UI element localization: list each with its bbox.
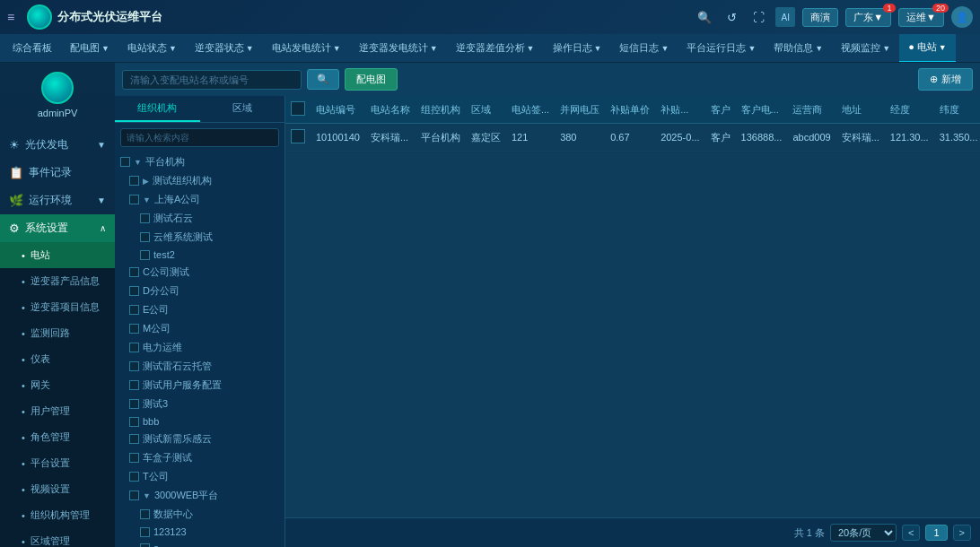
nav-item-platform-log[interactable]: 平台运行日志▼ [678,34,765,63]
tree-node-shiyun[interactable]: 测试石云 [115,209,284,228]
table-scroll[interactable]: 电站编号 电站名称 组控机构 区域 电站签... 并网电压 补贴单价 补贴...… [285,96,980,517]
sidebar-item-solar[interactable]: ☀ 光伏发电 ▼ [0,131,115,159]
sidebar-item-gateway[interactable]: • 网关 [0,372,115,398]
sidebar-item-inverter-product[interactable]: • 逆变器产品信息 [0,268,115,294]
tree-node-a[interactable]: a [115,540,284,547]
tree-node-datacenter[interactable]: 数据中心 [115,505,284,524]
th-capacity[interactable]: 电站签... [506,96,555,124]
tree-tab-area[interactable]: 区域 [200,96,285,122]
td-checkbox[interactable] [285,124,311,152]
nav-item-video[interactable]: 视频监控▼ [832,34,899,63]
tree-tab-org[interactable]: 组织机构 [115,96,200,122]
tree-expand-3000[interactable]: ▼ [143,491,151,500]
nav-item-ops-log[interactable]: 操作日志▼ [544,34,611,63]
tree-check-test2[interactable] [140,250,150,260]
tree-check-m[interactable] [129,324,139,334]
th-customer-phone[interactable]: 客户电... [736,96,788,124]
new-button[interactable]: ⊕ 新增 [918,68,973,91]
nav-item-sms-log[interactable]: 短信日志▼ [610,34,678,63]
tree-node-test-user[interactable]: 测试用户服务配置 [115,376,284,395]
nav-item-help[interactable]: 帮助信息▼ [765,34,832,63]
tree-node-test-org[interactable]: ▶ 测试组织机构 [115,171,284,190]
nav-item-inverter-stats[interactable]: 逆变器发电统计▼ [350,34,447,63]
station-search-input[interactable] [122,70,302,90]
sidebar-item-role-mgmt[interactable]: • 角色管理 [0,424,115,450]
tree-expand-platform[interactable]: ▼ [134,158,142,167]
tree-check-shiyun[interactable] [140,213,150,223]
nav-item-station-status[interactable]: 电站状态▼ [118,34,186,63]
sidebar-item-station[interactable]: • 电站 [0,242,115,268]
tree-check-c[interactable] [129,267,139,277]
th-customer[interactable]: 客户 [705,96,736,124]
header-checkbox[interactable] [291,101,305,116]
nav-item-station-stats[interactable]: 电站发电统计▼ [263,34,350,63]
tree-check-dc[interactable] [140,509,150,519]
tree-node-lei-cloud[interactable]: 测试雷石云托管 [115,357,284,376]
tree-node-platform[interactable]: ▼ 平台机构 [115,152,284,171]
sidebar-item-platform-settings[interactable]: • 平台设置 [0,450,115,476]
tree-node-test3[interactable]: 测试3 [115,395,284,413]
tree-node-car-box[interactable]: 车盒子测试 [115,448,284,467]
th-area[interactable]: 区域 [466,96,506,124]
tree-check-carbox[interactable] [129,453,139,463]
ops-button[interactable]: 运维▼ 20 [898,8,944,27]
sidebar-item-meter[interactable]: • 仪表 [0,346,115,372]
th-org[interactable]: 组控机构 [416,96,466,124]
tree-node-new-cloud[interactable]: 测试新需乐感云 [115,430,284,448]
tree-node-electric-ops[interactable]: 电力运维 [115,338,284,357]
nav-item-peidiantu[interactable]: 配电图▼ [61,34,118,63]
region-button[interactable]: 广东▼ 1 [845,8,891,27]
tree-node-t-company[interactable]: T公司 [115,467,284,486]
fullscreen-icon[interactable]: ⛶ [748,7,768,27]
tree-node-d-company[interactable]: D分公司 [115,282,284,300]
tree-check-newcloud[interactable] [129,434,139,444]
tree-node-c-company[interactable]: C公司测试 [115,263,284,282]
refresh-icon[interactable]: ↺ [722,7,741,27]
tree-search-input[interactable] [120,128,279,147]
th-checkbox[interactable] [285,96,311,124]
demo-button[interactable]: 商演 [802,8,838,27]
nav-item-inverter-status[interactable]: 逆变器状态▼ [186,34,263,63]
avatar[interactable]: 👤 [951,6,973,28]
tree-node-shanghai[interactable]: ▼ 上海A公司 [115,190,284,209]
tree-expand-test-org[interactable]: ▶ [143,177,149,186]
th-address[interactable]: 地址 [836,96,885,124]
tree-node-bbb[interactable]: bbb [115,413,284,430]
sidebar-item-org-mgmt[interactable]: • 组织机构管理 [0,502,115,528]
th-station-name[interactable]: 电站名称 [365,96,416,124]
tree-expand-shanghai[interactable]: ▼ [143,195,151,204]
peidiantu-button[interactable]: 配电图 [345,68,398,91]
nav-item-dashboard[interactable]: 综合看板 [4,34,61,63]
tree-check-platform[interactable] [120,157,130,167]
th-operator[interactable]: 运营商 [787,96,836,124]
prev-page-button[interactable]: < [902,525,920,541]
tree-node-m-company[interactable]: M公司 [115,319,284,338]
tree-check-test3[interactable] [129,399,139,409]
tree-node-test2[interactable]: test2 [115,247,284,263]
tree-check-elec[interactable] [129,343,139,352]
tree-check-testuser[interactable] [129,380,139,390]
tree-node-e-company[interactable]: E公司 [115,300,284,319]
tree-check-123[interactable] [140,527,150,537]
th-lat[interactable]: 纬度 [934,96,980,124]
tree-check-lei[interactable] [129,361,139,371]
th-subsidy[interactable]: 补贴单价 [605,96,655,124]
th-voltage[interactable]: 并网电压 [555,96,605,124]
tree-check-e[interactable] [129,305,139,315]
nav-item-inverter-diff[interactable]: 逆变器差值分析▼ [447,34,544,63]
th-subsidy2[interactable]: 补贴... [655,96,704,124]
nav-item-station[interactable]: ● 电站▼ [899,34,956,63]
sidebar-item-user-mgmt[interactable]: • 用户管理 [0,398,115,424]
tree-check-test-org[interactable] [129,176,139,186]
tree-node-3000web[interactable]: ▼ 3000WEB平台 [115,486,284,505]
tree-check-a[interactable] [140,543,150,548]
tree-check-yunwei[interactable] [140,232,150,242]
th-lng[interactable]: 经度 [885,96,934,124]
tree-check-shanghai[interactable] [129,195,139,204]
sidebar-item-video-settings[interactable]: • 视频设置 [0,476,115,502]
next-page-button[interactable]: > [953,525,971,541]
search-button[interactable]: 🔍 [307,69,339,90]
th-station-id[interactable]: 电站编号 [311,96,365,124]
tree-check-t[interactable] [129,472,139,482]
page-size-select[interactable]: 20条/页 10条/页 50条/页 100条/页 [830,524,897,542]
